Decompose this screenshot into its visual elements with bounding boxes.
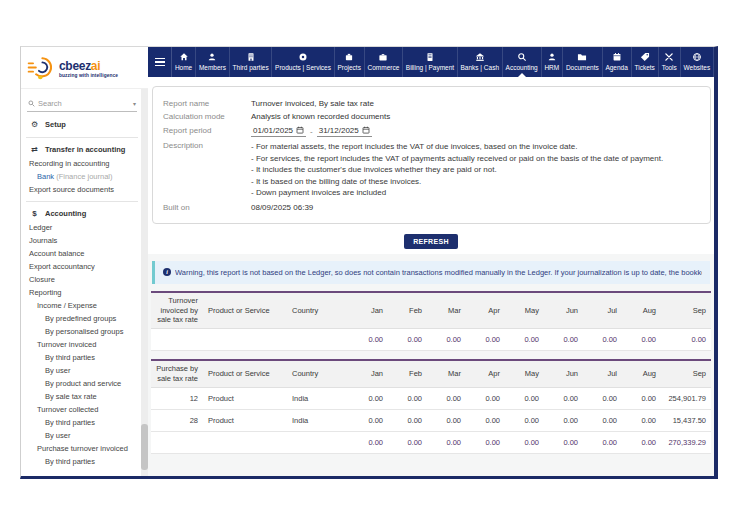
accounting-icon: [517, 52, 527, 62]
sidebar-item-by-sale-tax-rate[interactable]: By sale tax rate: [26, 390, 138, 403]
sidebar-item-transfer-in-accounting[interactable]: ⇄ Transfer in accounting: [26, 143, 138, 157]
period-end-input[interactable]: 31/12/2025: [317, 126, 372, 137]
sidebar-item-export-source-documents[interactable]: Export source documents: [26, 183, 138, 196]
sidebar-item-by-user[interactable]: By user: [26, 364, 138, 377]
sidebar-item-recording-in-accounting[interactable]: Recording in accounting: [26, 157, 138, 170]
calendar-icon[interactable]: [296, 126, 304, 134]
column-header: Mar: [427, 292, 466, 329]
right-column: Home Members Third parties Products | Se…: [148, 47, 714, 476]
column-header: Apr: [466, 292, 505, 329]
nav-home[interactable]: Home: [172, 47, 196, 77]
table-cell: 270,339.29: [661, 431, 711, 453]
table-header-row: Turnover invoiced by sale tax rate Produ…: [151, 292, 711, 329]
column-header: Jan: [349, 292, 388, 329]
chevron-down-icon[interactable]: ▾: [133, 100, 136, 107]
sidebar-search-input[interactable]: Search ▾: [27, 97, 137, 112]
sidebar-item-ledger[interactable]: Ledger: [26, 221, 138, 234]
nav-agenda[interactable]: Agenda: [603, 47, 632, 77]
nav-third-parties[interactable]: Third parties: [230, 47, 273, 77]
table-cell: 0.00: [349, 329, 388, 351]
table-cell: 0.00: [622, 431, 661, 453]
column-header: May: [505, 292, 544, 329]
table-cell: [151, 329, 203, 351]
members-icon: [207, 52, 217, 62]
table-header-row: Purchase by sale tax rate Product or Ser…: [151, 360, 711, 387]
bee-logo-icon: [27, 54, 55, 82]
nav-hrm[interactable]: HRM: [542, 47, 564, 77]
nav-projects[interactable]: Projects: [335, 47, 365, 77]
nav-accounting[interactable]: Accounting: [503, 47, 542, 77]
nav-websites[interactable]: Websites: [681, 47, 714, 77]
nav-commerce[interactable]: Commerce: [365, 47, 403, 77]
table-cell: 0.00: [466, 431, 505, 453]
sidebar-item-by-third-parties[interactable]: By third parties: [26, 416, 138, 429]
table-cell: 28: [151, 409, 203, 431]
nav-billing-payment[interactable]: Billing | Payment: [403, 47, 458, 77]
sidebar-item-by-product-and-service[interactable]: By product and service: [26, 377, 138, 390]
nav-tickets[interactable]: Tickets: [632, 47, 659, 77]
nav-tools[interactable]: Tools: [659, 47, 681, 77]
column-header: May: [505, 360, 544, 387]
search-icon: [28, 100, 35, 107]
column-header: Country: [287, 292, 349, 329]
table-cell: 0.00: [505, 329, 544, 351]
table-cell: 0.00: [505, 431, 544, 453]
column-header: Sep: [661, 292, 711, 329]
sidebar-item-by-user[interactable]: By user: [26, 429, 138, 442]
table-cell: 0.00: [622, 387, 661, 409]
table-cell: 0.00: [544, 329, 583, 351]
sidebar-item-turnover-invoiced[interactable]: Turnover invoiced: [26, 338, 138, 351]
sidebar-scrollbar-thumb[interactable]: [141, 424, 148, 470]
table-cell: [287, 329, 349, 351]
nav-banks-cash[interactable]: Banks | Cash: [458, 47, 503, 77]
sidebar-item-by-personalised-groups[interactable]: By personalised groups: [26, 325, 138, 338]
sidebar-item-by-third-parties[interactable]: By third parties: [26, 351, 138, 364]
column-header: Jul: [583, 292, 622, 329]
search-placeholder: Search: [38, 99, 130, 108]
warning-text: Warning, this report is not based on the…: [175, 268, 702, 277]
banks-icon: [475, 52, 485, 62]
menu-icon[interactable]: [148, 47, 172, 77]
sidebar-item-journals[interactable]: Journals: [26, 234, 138, 247]
column-header: Aug: [622, 292, 661, 329]
brand-logo[interactable]: cbeezai buzzing with intelligence: [21, 47, 148, 89]
dollar-icon: $: [30, 207, 39, 221]
table-cell: Product: [203, 409, 287, 431]
sidebar-scrollbar[interactable]: [141, 89, 148, 476]
sidebar-item-setup[interactable]: ⚙ Setup: [26, 118, 138, 132]
nav-products-services[interactable]: Products | Services: [272, 47, 334, 77]
table-cell: 12: [151, 387, 203, 409]
sidebar-item-turnover-collected[interactable]: Turnover collected: [26, 403, 138, 416]
column-header: Mar: [427, 360, 466, 387]
sidebar-item-income-expense[interactable]: Income / Expense: [26, 299, 138, 312]
sidebar-item-export-accountancy[interactable]: Export accountancy: [26, 260, 138, 273]
table-total-row: 0.00 0.00 0.00 0.00 0.00 0.00 0.00 0.00 …: [151, 431, 711, 453]
column-header: Jun: [544, 292, 583, 329]
table-cell: 0.00: [622, 409, 661, 431]
nav-documents[interactable]: Documents: [563, 47, 602, 77]
sidebar-item-account-balance[interactable]: Account balance: [26, 247, 138, 260]
table-cell: 0.00: [427, 329, 466, 351]
sidebar-item-closure[interactable]: Closure: [26, 273, 138, 286]
sidebar-item-accounting[interactable]: $ Accounting: [26, 207, 138, 221]
period-start-input[interactable]: 01/01/2025: [251, 126, 306, 137]
report-name-value: Turnover invoiced, By sale tax rate: [251, 99, 374, 108]
column-header: Country: [287, 360, 349, 387]
sidebar-item-by-predefined-groups[interactable]: By predefined groups: [26, 312, 138, 325]
sidebar-item-bank[interactable]: Bank (Finance journal): [26, 170, 138, 183]
sidebar-item-reporting[interactable]: Reporting: [26, 286, 138, 299]
table-cell: 0.00: [349, 431, 388, 453]
left-column: cbeezai buzzing with intelligence Search…: [21, 47, 148, 476]
nav-members[interactable]: Members: [196, 47, 230, 77]
calendar-icon[interactable]: [362, 126, 370, 134]
sidebar-item-by-third-parties[interactable]: By third parties: [26, 455, 138, 468]
gear-icon: ⚙: [30, 118, 39, 132]
built-on-value: 08/09/2025 06:39: [251, 203, 313, 212]
sidebar-item-purchase-turnover-invoiced[interactable]: Purchase turnover invoiced: [26, 442, 138, 455]
column-header: Feb: [388, 360, 427, 387]
table-cell: 0.00: [505, 409, 544, 431]
table-cell: 0.00: [349, 409, 388, 431]
info-icon: [163, 268, 171, 276]
refresh-button[interactable]: REFRESH: [404, 234, 458, 249]
report-summary-box: Report name Turnover invoiced, By sale t…: [152, 86, 711, 224]
